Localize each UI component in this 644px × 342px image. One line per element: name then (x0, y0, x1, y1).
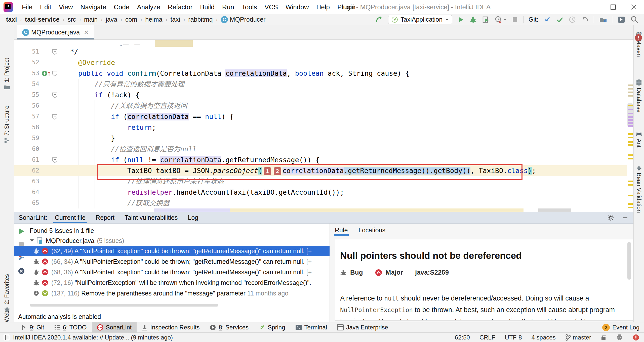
breadcrumb-item-heima[interactable]: heima (145, 16, 162, 23)
debug-button[interactable] (469, 16, 477, 23)
breadcrumb-item-src[interactable]: src (68, 16, 76, 23)
stripe-item-ant[interactable]: Ant (634, 131, 644, 148)
tab-mqproducer[interactable]: C MQProducer.java ✕ (17, 25, 94, 39)
issue-row[interactable]: (72, 16) "NullPointerException" will be … (14, 277, 330, 288)
maximize-icon[interactable] (603, 0, 623, 14)
toolwindow-spring[interactable]: Spring (254, 322, 290, 332)
code-editor[interactable]: ⌄— — 51 */52 @Override53 public void con… (14, 40, 633, 212)
profiler-icon[interactable] (495, 16, 507, 23)
error-stripe-mark[interactable] (628, 137, 633, 138)
sonarlint-tab-report[interactable]: Report (91, 212, 119, 223)
sonarlint-tab-taint-vulnerabilities[interactable]: Taint vulnerabilities (119, 212, 183, 223)
breadcrumb-item-taxi[interactable]: taxi (170, 16, 180, 23)
menu-window[interactable]: Window (282, 3, 312, 11)
stop-button[interactable] (512, 16, 518, 23)
error-indicator-icon[interactable] (632, 334, 639, 341)
analysis-error-indicator[interactable]: ! (635, 34, 642, 41)
error-stripe-mark[interactable] (628, 195, 633, 196)
code-line-52[interactable]: 52 @Override (14, 57, 627, 68)
error-stripe-mark[interactable] (628, 119, 633, 121)
menu-vcs[interactable]: VCS (261, 3, 281, 11)
menu-help[interactable]: Help (312, 3, 333, 11)
panels-icon[interactable] (4, 334, 10, 340)
indent-setting[interactable]: 4 spaces (532, 334, 556, 341)
menu-build[interactable]: Build (196, 3, 218, 11)
breadcrumb-item-main[interactable]: main (84, 16, 98, 23)
fold-marker-icon[interactable] (52, 49, 58, 55)
analyze-play-icon[interactable] (18, 228, 25, 235)
error-stripe-mark[interactable] (628, 181, 633, 182)
menu-navigate[interactable]: Navigate (77, 3, 110, 11)
error-stripe-mark[interactable] (628, 122, 633, 124)
git-branch-widget[interactable]: master (565, 334, 591, 341)
compare-icon[interactable] (599, 16, 607, 23)
error-stripe-mark[interactable] (628, 88, 633, 90)
rule-scrollbar-thumb[interactable] (627, 242, 631, 280)
menu-tools[interactable]: Tools (238, 3, 261, 11)
horizontal-scrollbar[interactable] (30, 304, 218, 307)
error-stripe-mark[interactable] (628, 84, 633, 86)
error-stripe-mark[interactable] (628, 95, 633, 97)
fold-marker-icon[interactable] (52, 92, 58, 99)
hide-panel-icon[interactable] (622, 215, 628, 221)
menu-code[interactable]: Code (110, 3, 133, 11)
toolwindow-inspection-results[interactable]: Inspection Results (137, 322, 205, 332)
error-stripe-mark[interactable] (628, 141, 633, 143)
issue-row[interactable]: (68, 36) A "NullPointerException" could … (14, 267, 330, 277)
menu-edit[interactable]: Edit (36, 3, 55, 11)
menu-run[interactable]: Run (218, 3, 238, 11)
run-with-coverage-icon[interactable] (482, 16, 490, 23)
gear-icon[interactable] (607, 214, 614, 221)
error-stripe-mark[interactable] (628, 158, 633, 159)
breadcrumb-item-taxi[interactable]: taxi (6, 16, 17, 23)
error-stripe-mark[interactable] (628, 105, 633, 106)
breadcrumb-item-taxi-service[interactable]: taxi-service (25, 16, 60, 23)
error-stripe-mark[interactable] (628, 144, 633, 146)
status-message[interactable]: IntelliJ IDEA 2020.1.4 available: // Upd… (13, 334, 173, 341)
error-stripe-scrollbar[interactable] (627, 40, 633, 212)
code-line-53[interactable]: 53 public void confirm(CorrelationData c… (14, 68, 627, 79)
menu-file[interactable]: File (18, 3, 36, 11)
caret-position[interactable]: 62:50 (455, 334, 470, 341)
event-log-button[interactable]: 2 Event Log (602, 322, 639, 332)
update-project-icon[interactable] (543, 16, 551, 23)
sonarlint-tab-log[interactable]: Log (183, 212, 204, 223)
breadcrumb-item-rabbitmq[interactable]: rabbitmq (188, 16, 213, 23)
code-line-61[interactable]: 61 if (null != correlationData.getReturn… (14, 154, 627, 165)
run-button[interactable] (457, 16, 464, 23)
tab-locations[interactable]: Locations (357, 225, 386, 236)
close-icon[interactable] (623, 0, 644, 14)
run-anything-icon[interactable] (617, 16, 625, 23)
code-line-55[interactable]: 55 if (!ack) { (14, 90, 627, 100)
error-stripe-mark[interactable] (628, 116, 633, 118)
fold-marker-icon[interactable] (52, 70, 58, 77)
tab-rule[interactable]: Rule (334, 225, 349, 236)
issue-row[interactable]: (62, 49) A "NullPointerException" could … (14, 246, 330, 256)
menu-view[interactable]: View (55, 3, 77, 11)
issue-row[interactable]: (137, 116) Remove the parentheses around… (14, 288, 330, 298)
rollback-icon[interactable] (581, 16, 589, 23)
toolwindow-java-enterprise[interactable]: Java Enterprise (332, 322, 393, 332)
breadcrumb-item-java[interactable]: java (106, 16, 117, 23)
toolwindow-9-git[interactable]: 9: Git (16, 322, 49, 332)
stripe-item-1-project[interactable]: 1: Project (0, 58, 14, 90)
error-stripe-mark[interactable] (628, 207, 633, 208)
error-stripe-mark[interactable] (628, 133, 633, 135)
stripe-item-maven[interactable]: mMaven (634, 30, 644, 57)
issue-row[interactable]: (66, 34) A "NullPointerException" could … (14, 256, 330, 267)
sonarlint-tab-current-file[interactable]: Current file (50, 212, 91, 223)
search-everywhere-icon[interactable] (630, 16, 638, 24)
menu-refactor[interactable]: Refactor (164, 3, 196, 11)
code-line-56[interactable]: 56 //关联数据为空直接返回 (14, 100, 627, 111)
code-line-58[interactable]: 58 return; (14, 122, 627, 133)
error-stripe-mark[interactable] (628, 154, 633, 156)
lock-icon[interactable] (601, 334, 607, 341)
code-line-57[interactable]: 57 if (correlationData == null) { (14, 111, 627, 122)
code-line-65[interactable]: 65 //获取交换器 (14, 198, 627, 208)
breadcrumb-item-com[interactable]: com (125, 16, 137, 23)
line-separator[interactable]: CRLF (479, 334, 495, 341)
toolwindow-8-services[interactable]: 8: Services (205, 322, 254, 332)
error-stripe-mark[interactable] (628, 125, 633, 127)
error-stripe-mark[interactable] (628, 184, 633, 186)
code-line-51[interactable]: 51 */ (14, 46, 627, 57)
